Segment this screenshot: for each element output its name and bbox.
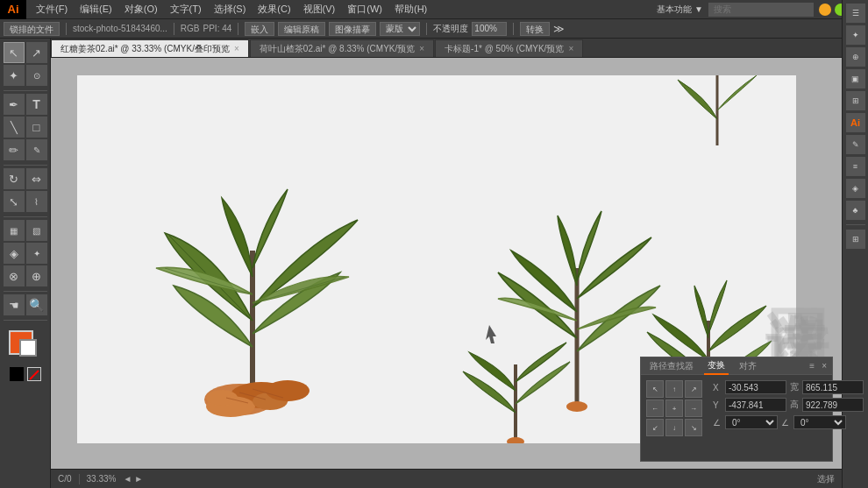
menu-type[interactable]: 文字(T)	[164, 1, 208, 18]
panel-tab-align[interactable]: 对齐	[736, 358, 760, 374]
status-bar: C/0 33.33% ◄ ► 选择	[51, 469, 842, 488]
type-tool[interactable]: T	[26, 94, 47, 115]
convert-button[interactable]: 转换	[520, 22, 550, 36]
right-tool-10[interactable]: ♣	[846, 201, 865, 220]
eyedropper-tool[interactable]: ✦	[26, 243, 47, 264]
top-menu-bar: Ai 文件(F) 编辑(E) 对象(O) 文字(T) 选择(S) 效果(C) 视…	[0, 0, 868, 19]
tab-0[interactable]: 红糖姜茶02.ai* @ 33.33% (CMYK/叠印预览 ×	[51, 39, 249, 57]
embed-button[interactable]: 嵌入	[245, 22, 274, 36]
selection-tool[interactable]: ↖	[4, 42, 25, 63]
magic-wand-tool[interactable]: ✦	[4, 65, 25, 86]
panel-tab-transform[interactable]: 变换	[704, 357, 729, 375]
height-input[interactable]	[802, 398, 864, 412]
panel-header: 路径查找器 变换 对齐 ≡ ×	[641, 357, 832, 375]
minimize-button[interactable]	[819, 4, 831, 16]
right-tool-9[interactable]: ◈	[846, 179, 865, 198]
right-tool-8[interactable]: ≡	[846, 157, 865, 176]
tab-1-close[interactable]: ×	[419, 44, 424, 53]
rotation-input[interactable]: 0°	[725, 415, 778, 429]
brush-tool[interactable]: ✏	[4, 139, 25, 160]
right-tool-5[interactable]: ⊞	[846, 91, 865, 110]
menu-effect[interactable]: 效果(C)	[252, 1, 296, 18]
right-tool-3[interactable]: ⊕	[846, 47, 865, 67]
transform-panel: 路径查找器 变换 对齐 ≡ × ↖ ↑ ↗ ← + → ↙ ↓ ↘ X	[640, 357, 833, 462]
no-color-swatch[interactable]	[27, 367, 41, 381]
align-tc[interactable]: ↑	[665, 380, 683, 398]
lasso-tool[interactable]: ⊙	[26, 65, 47, 86]
width-input[interactable]	[802, 380, 864, 394]
right-tool-1[interactable]: ☰	[846, 4, 865, 23]
direct-selection-tool[interactable]: ↗	[26, 42, 47, 63]
recent-files-button[interactable]: 锁排的文件	[4, 22, 60, 36]
tool-sep-5	[4, 320, 47, 321]
y-label: Y	[713, 400, 722, 410]
file-info: stock-photo-51843460...	[73, 24, 167, 33]
mirror-tool[interactable]: ⇔	[26, 168, 47, 189]
warp-tool[interactable]: ⌇	[26, 191, 47, 212]
align-ml[interactable]: ←	[646, 400, 664, 417]
column-graph-tool[interactable]: ▧	[26, 220, 47, 241]
align-br[interactable]: ↘	[685, 419, 702, 436]
align-mc[interactable]: +	[665, 400, 683, 417]
width-label: 宽	[790, 381, 799, 393]
symbol-tool[interactable]: ⊕	[26, 265, 47, 286]
align-bl[interactable]: ↙	[646, 419, 664, 436]
right-tool-ai[interactable]: Ai	[846, 113, 865, 132]
right-tool-4[interactable]: ▣	[846, 69, 865, 88]
menu-file[interactable]: 文件(F)	[30, 1, 74, 18]
tab-0-close[interactable]: ×	[234, 44, 239, 53]
tab-2[interactable]: 卡标题-1* @ 50% (CMYK/预览 ×	[435, 39, 583, 57]
tab-1[interactable]: 荷叶山楂茶02.ai* @ 8.33% (CMYK/预览 ×	[250, 39, 434, 57]
pen-tool[interactable]: ✒	[4, 94, 25, 115]
mode-dropdown[interactable]: 蒙版	[380, 22, 420, 36]
image-trace-button[interactable]: 图像描摹	[329, 22, 376, 36]
svg-point-14	[566, 401, 587, 412]
opacity-label: 不透明度	[433, 23, 468, 35]
zoom-level[interactable]: 33.33%	[87, 474, 117, 484]
align-mr[interactable]: →	[685, 400, 702, 417]
zoom-arrows[interactable]: ◄ ►	[123, 474, 143, 484]
more-options-icon[interactable]: ≫	[553, 23, 565, 35]
x-input[interactable]	[725, 380, 786, 394]
right-tool-2[interactable]: ✦	[846, 25, 865, 45]
line-tool[interactable]: ╲	[4, 117, 25, 138]
y-input[interactable]	[725, 398, 786, 412]
align-bc[interactable]: ↓	[665, 419, 683, 436]
scale-tool[interactable]: ⤡	[4, 191, 25, 212]
pencil-tool[interactable]: ✎	[26, 139, 47, 160]
none-swatch[interactable]	[10, 367, 24, 381]
search-input[interactable]	[708, 3, 814, 17]
menu-object[interactable]: 对象(O)	[118, 1, 164, 18]
tool-row-6: ↻ ⇔	[4, 168, 47, 189]
shear-input[interactable]: 0°	[793, 415, 846, 429]
rotate-tool[interactable]: ↻	[4, 168, 25, 189]
menu-window[interactable]: 窗口(W)	[341, 1, 388, 18]
edit-original-button[interactable]: 编辑原稿	[278, 22, 325, 36]
panel-body: ↖ ↑ ↗ ← + → ↙ ↓ ↘ X 宽 Y	[641, 375, 832, 442]
svg-point-5	[266, 380, 309, 401]
align-tl[interactable]: ↖	[646, 380, 664, 398]
panel-menu-icon[interactable]: ≡	[809, 361, 815, 371]
right-tool-11[interactable]: ⊞	[846, 230, 865, 249]
gradient-tool[interactable]: ◈	[4, 243, 25, 264]
panel-tab-pathfinder[interactable]: 路径查找器	[646, 358, 697, 374]
opacity-input[interactable]	[472, 22, 507, 36]
rotation-label: ∠	[713, 418, 722, 428]
menu-view[interactable]: 视图(V)	[297, 1, 342, 18]
align-tr[interactable]: ↗	[685, 380, 702, 398]
tool-row-11: ☚ 🔍	[4, 294, 47, 315]
right-tool-7[interactable]: ✎	[846, 135, 865, 154]
blend-tool[interactable]: ⊗	[4, 265, 25, 286]
menu-help[interactable]: 帮助(H)	[388, 1, 433, 18]
menu-bar: 文件(F) 编辑(E) 对象(O) 文字(T) 选择(S) 效果(C) 视图(V…	[26, 1, 657, 18]
hand-tool[interactable]: ☚	[4, 294, 25, 315]
tab-2-close[interactable]: ×	[568, 44, 573, 53]
zoom-tool[interactable]: 🔍	[26, 294, 47, 315]
graph-tool[interactable]: ▦	[4, 220, 25, 241]
menu-select[interactable]: 选择(S)	[208, 1, 253, 18]
shape-tool[interactable]: □	[26, 117, 47, 138]
background-color[interactable]	[19, 339, 37, 357]
menu-edit[interactable]: 编辑(E)	[74, 1, 118, 18]
panel-close-icon[interactable]: ×	[822, 361, 827, 371]
tool-row-7: ⤡ ⌇	[4, 191, 47, 212]
